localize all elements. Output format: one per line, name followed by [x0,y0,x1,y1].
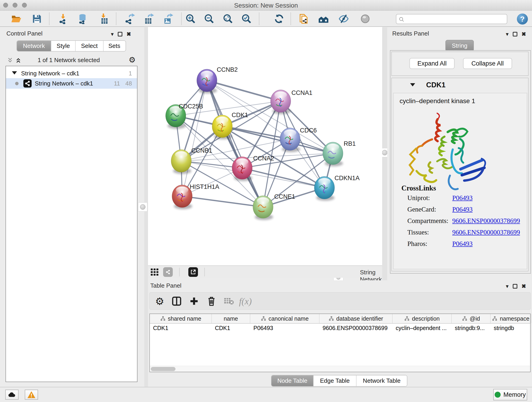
tab-style[interactable]: Style [51,41,75,51]
zoom-fit-button[interactable] [222,13,234,25]
scrollbar-thumb[interactable] [151,367,176,371]
memory-button[interactable]: Memory [493,389,527,400]
toolbar-separator [291,13,291,25]
section-collapse-triangle-icon[interactable] [410,83,415,86]
help-button[interactable]: ? [517,13,528,25]
zoom-out-button[interactable] [203,13,215,25]
network-node-CCNE1[interactable] [253,196,273,220]
results-tab-string[interactable]: String [445,40,474,51]
clone-network-button[interactable] [298,13,310,25]
show-hidden-button[interactable] [360,13,371,25]
table-options-gear-icon[interactable]: ⚙ [154,295,166,307]
table-horizontal-scrollbar[interactable] [150,366,530,372]
panel-close-icon[interactable]: ✖ [521,283,526,289]
window-title: Session: New Session [0,2,532,9]
collapse-all-button[interactable]: Collapse All [463,58,512,69]
network-node-CCNA1[interactable] [271,90,291,114]
show-all-networks-button[interactable] [318,13,329,25]
crosslink-link[interactable]: 9606.ENSP00000378699 [452,217,520,225]
detach-view-icon[interactable] [188,267,198,277]
left-splitter-handle[interactable] [138,202,147,211]
column-tree-icon [160,316,166,321]
show-columns-icon[interactable] [171,295,183,307]
tab-select[interactable]: Select [75,41,103,51]
network-canvas[interactable]: CCNB2CCNA1CDC25BCDK1CDC6RB1CCNB1CCNA2CDK… [148,27,382,265]
export-table-button[interactable] [143,13,154,25]
table-toolbar: ⚙ f(x) [149,292,531,310]
import-table-file-button[interactable] [99,13,110,25]
open-session-button[interactable] [11,13,22,25]
apply-layout-button[interactable] [273,13,285,25]
node-label-CCNE1: CCNE1 [274,193,295,200]
table-row[interactable]: CDK1CDK1P064939606.ENSP00000378699cyclin… [150,324,530,333]
export-network-button[interactable] [124,13,135,25]
tab-sets[interactable]: Sets [103,41,125,51]
tab-edge-table[interactable]: Edge Table [313,375,356,386]
network-node-CDK1[interactable] [212,115,232,139]
panel-float-icon[interactable] [513,284,517,288]
open-folder-icon [11,13,22,24]
network-node-CDKN1A[interactable] [314,177,335,201]
warnings-button[interactable] [25,390,38,400]
panel-float-icon[interactable] [513,32,517,36]
cdk1-section: CDK1 cyclin–dependent kinase 1 [391,78,529,271]
export-image-button[interactable] [162,13,174,25]
function-builder-icon[interactable]: f(x) [239,295,251,307]
expand-collapse-box: Expand All Collapse All [391,51,529,76]
column-header-description[interactable]: description [393,314,452,323]
column-header-shared-name[interactable]: shared name [150,314,212,323]
crosslink-link[interactable]: P06493 [452,240,473,248]
panel-menu-icon[interactable]: ▾ [506,283,509,289]
delete-table-icon[interactable] [223,295,235,307]
string-view-icon[interactable] [163,267,173,277]
column-header-database-identifier[interactable]: database identifier [319,314,393,323]
network-row[interactable]: String Network – cdk1 11 48 [6,78,137,89]
network-edge-CCNA2-CDKN1A[interactable] [242,168,324,188]
node-label-CCNA1: CCNA1 [291,89,312,96]
panel-close-icon[interactable]: ✖ [521,32,526,37]
panel-menu-icon[interactable]: ▾ [111,32,114,37]
network-node-HIST1H1A[interactable] [172,185,192,209]
network-node-RB1[interactable] [323,142,343,166]
network-node-CCNB1[interactable] [171,150,191,174]
column-header-canonical-name[interactable]: canonical name [250,314,319,323]
network-edge-CCNB2-CCNA1[interactable] [207,80,281,101]
tab-network[interactable]: Network [17,41,51,51]
node-label-CDC25B: CDC25B [179,103,203,110]
crosslink-link[interactable]: 9606.ENSP00000378699 [452,229,520,236]
network-options-gear-icon[interactable]: ⚙ [129,55,136,64]
network-collection-row[interactable]: String Network – cdk1 1 [6,68,137,79]
crosslink-link[interactable]: P06493 [452,206,473,213]
collapse-triangle-icon[interactable] [12,71,17,75]
tab-node-table[interactable]: Node Table [272,375,313,386]
hide-selected-button[interactable] [338,13,349,25]
column-header-name[interactable]: name [212,314,250,323]
section-title: CDK1 [426,81,445,89]
crosslink-link[interactable]: P06493 [452,194,473,202]
panel-menu-icon[interactable]: ▾ [506,32,509,37]
column-header--id[interactable]: @id [452,314,491,323]
panel-close-icon[interactable]: ✖ [127,32,131,37]
network-node-CCNA2[interactable] [232,157,252,181]
cloud-button[interactable] [5,390,19,400]
network-edge-CCNB2-HIST1H1A[interactable] [182,80,207,196]
birds-eye-view-icon[interactable] [150,267,159,277]
cdk1-section-header[interactable]: CDK1 [392,78,528,92]
network-label: String Network – cdk1 [35,80,93,87]
import-network-file-button[interactable] [58,13,70,25]
save-session-button[interactable] [31,13,43,25]
add-column-icon[interactable] [188,295,200,307]
tab-network-table[interactable]: Network Table [356,375,407,386]
column-header-namespace[interactable]: namespace [491,314,531,323]
import-network-database-button[interactable] [77,13,88,25]
crosslink-row: Pharos:P06493 [407,240,526,248]
network-edge-HIST1H1A-CCNE1[interactable] [182,196,263,207]
zoom-in-button[interactable] [185,13,196,25]
expand-all-button[interactable]: Expand All [409,58,455,69]
network-node-CCNB2[interactable] [197,69,217,94]
search-input[interactable] [406,15,505,23]
delete-column-icon[interactable] [206,295,217,307]
zoom-selected-button[interactable] [241,13,252,25]
network-node-CDC6[interactable] [280,128,300,152]
panel-float-icon[interactable] [118,32,122,36]
